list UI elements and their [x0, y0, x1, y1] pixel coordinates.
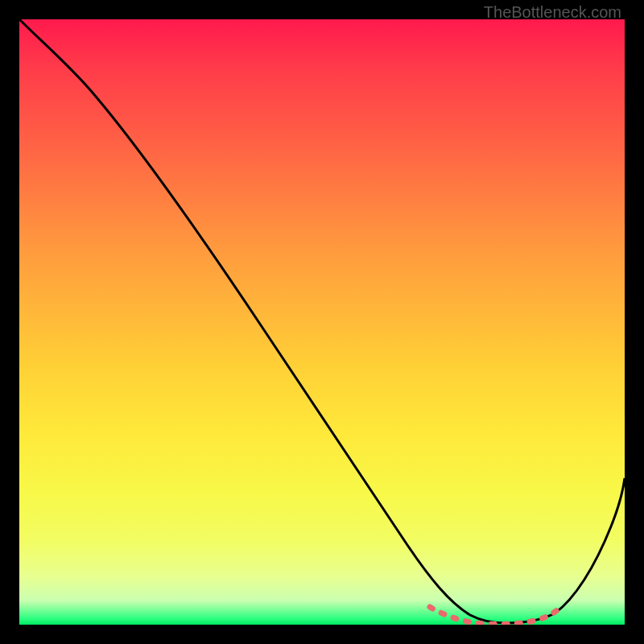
chart-frame [19, 19, 625, 625]
chart-background-gradient [19, 19, 625, 625]
